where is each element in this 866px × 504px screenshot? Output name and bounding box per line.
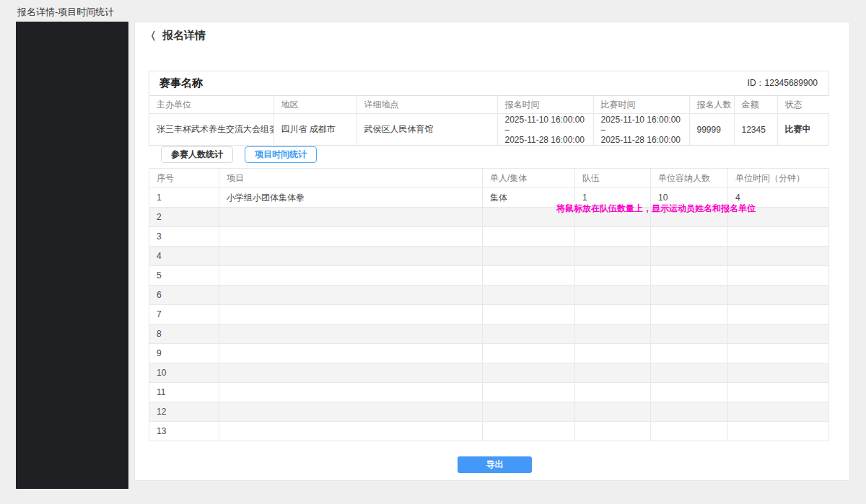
row-cell [483, 363, 575, 383]
row-cell [483, 422, 575, 441]
row-cell [483, 286, 575, 305]
amount-value: 12345 [734, 114, 777, 146]
row-cell [575, 422, 651, 441]
back-icon[interactable]: 〈 [145, 30, 156, 41]
detail-title: 报名详情 [162, 29, 206, 43]
row-cell: 4 [728, 188, 829, 208]
row-cell [651, 402, 728, 422]
stat-tabs: 参赛人数统计 项目时间统计 [161, 146, 317, 163]
table-row: 6 [149, 286, 829, 305]
col-individual-group: 单人/集体 [483, 169, 575, 188]
row-index-cell: 4 [149, 247, 219, 266]
row-cell [575, 266, 651, 286]
row-cell [483, 247, 575, 266]
row-cell [728, 305, 829, 324]
row-index-cell: 6 [149, 286, 219, 305]
row-cell [651, 266, 728, 286]
row-cell [575, 383, 651, 402]
match-time-value: 2025-11-10 16:00:00 – 2025-11-28 16:00:0… [593, 114, 689, 146]
row-cell: 10 [651, 188, 728, 208]
export-button[interactable]: 导出 [458, 456, 532, 473]
table-row: 2 [149, 208, 829, 227]
row-cell [651, 286, 728, 305]
row-cell [728, 286, 829, 305]
table-row: 8 [149, 324, 829, 344]
row-cell [219, 305, 483, 324]
row-cell [728, 324, 829, 344]
row-cell [483, 305, 575, 324]
col-region: 地区 [274, 96, 357, 114]
row-cell [483, 266, 575, 286]
organizer-value: 张三丰杯武术养生交流大会组委会 [149, 114, 274, 146]
row-index-cell: 8 [149, 324, 219, 344]
row-cell [219, 383, 483, 402]
row-cell [728, 266, 829, 286]
row-index-cell: 1 [149, 188, 219, 208]
row-cell [728, 208, 829, 227]
venue-value: 武侯区人民体育馆 [357, 114, 497, 146]
row-cell [651, 363, 728, 383]
table-row: 4 [149, 247, 829, 266]
col-amount: 金额 [734, 96, 777, 114]
col-signup-time: 报名时间 [497, 96, 593, 114]
row-cell [483, 324, 575, 344]
row-cell [219, 363, 483, 383]
col-project: 项目 [219, 169, 483, 188]
row-cell [219, 286, 483, 305]
row-cell [728, 344, 829, 363]
row-cell [575, 208, 651, 227]
row-cell [575, 344, 651, 363]
row-cell [219, 227, 483, 247]
row-index-cell: 5 [149, 266, 219, 286]
sidebar [16, 22, 128, 489]
col-status: 状态 [777, 96, 829, 114]
row-cell [728, 227, 829, 247]
signup-count-value: 99999 [689, 114, 734, 146]
row-cell [219, 344, 483, 363]
row-cell: 集体 [483, 188, 575, 208]
table-row: 11 [149, 383, 829, 402]
row-index-cell: 10 [149, 363, 219, 383]
row-cell [483, 208, 575, 227]
table-row: 3 [149, 227, 829, 247]
row-cell [483, 227, 575, 247]
main-content: 〈 报名详情 赛事名称 ID：12345689900 主办单位 地区 详细地点 … [134, 22, 850, 481]
event-name-label: 赛事名称 [159, 76, 203, 90]
table-row: 9 [149, 344, 829, 363]
table-row: 10 [149, 363, 829, 383]
project-table-body: 1小学组小团体集体拳集体11042345678910111213 [149, 188, 829, 441]
row-cell [728, 247, 829, 266]
status-badge: 比赛中 [777, 114, 829, 146]
row-cell [219, 324, 483, 344]
row-cell [651, 324, 728, 344]
row-cell [728, 402, 829, 422]
row-cell [651, 208, 728, 227]
project-time-table: 序号 项目 单人/集体 队伍 单位容纳人数 单位时间（分钟） 1小学组小团体集体… [149, 168, 829, 441]
row-index-cell: 3 [149, 227, 219, 247]
row-cell [219, 247, 483, 266]
row-cell [575, 247, 651, 266]
signup-time-value: 2025-11-10 16:00:00 – 2025-11-28 16:00:0… [497, 114, 593, 146]
row-cell [728, 383, 829, 402]
table-row: 12 [149, 402, 829, 422]
col-unit-time: 单位时间（分钟） [728, 169, 829, 188]
col-match-time: 比赛时间 [593, 96, 689, 114]
row-cell [219, 422, 483, 441]
row-cell [219, 266, 483, 286]
col-index: 序号 [149, 169, 219, 188]
row-cell [651, 383, 728, 402]
col-organizer: 主办单位 [149, 96, 274, 114]
row-index-cell: 13 [149, 422, 219, 441]
event-info-card: 赛事名称 ID：12345689900 主办单位 地区 详细地点 报名时间 比赛… [149, 71, 828, 146]
event-info-table: 主办单位 地区 详细地点 报名时间 比赛时间 报名人数 金额 状态 张三丰杯武术… [149, 95, 829, 145]
row-cell [728, 363, 829, 383]
region-value: 四川省 成都市 [274, 114, 357, 146]
table-row: 7 [149, 305, 829, 324]
event-id: ID：12345689900 [748, 77, 818, 89]
tab-project-time[interactable]: 项目时间统计 [245, 146, 317, 163]
row-index-cell: 12 [149, 402, 219, 422]
team-count-cell[interactable]: 1 [575, 188, 651, 208]
tab-participant-count[interactable]: 参赛人数统计 [161, 146, 233, 163]
row-cell [728, 422, 829, 441]
table-row: 13 [149, 422, 829, 441]
